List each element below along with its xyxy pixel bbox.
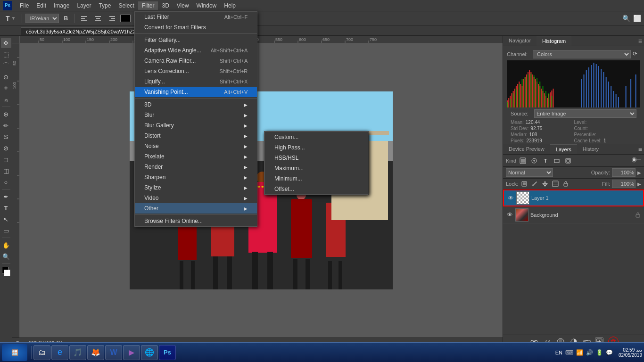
zoom-tool[interactable]: 🔍 — [1, 251, 11, 262]
layer-item-1[interactable]: 👁 Layer 1 — [503, 189, 644, 206]
fill-input[interactable] — [612, 180, 636, 188]
system-clock[interactable]: 02:59 بعد 02/05/2019 — [619, 347, 642, 358]
crop-tool[interactable]: ⌗ — [1, 83, 11, 93]
align-left[interactable] — [78, 14, 90, 23]
move-tool[interactable]: ✥ — [1, 38, 11, 48]
menu-render[interactable]: Render ▶ — [135, 162, 257, 172]
menu-layer[interactable]: Layer — [73, 1, 95, 10]
fill-arrow[interactable]: ▶ — [637, 181, 641, 187]
tab-device-preview[interactable]: Device Preview — [503, 144, 550, 154]
menu-blur-gallery[interactable]: Blur Gallery ▶ — [135, 120, 257, 131]
taskbar-ie[interactable]: e — [51, 345, 68, 360]
font-family-select[interactable]: IRYekan — [25, 14, 59, 23]
menu-filter[interactable]: Filter — [138, 1, 158, 10]
healing-brush-tool[interactable]: ⊕ — [1, 109, 11, 119]
path-select-tool[interactable]: ↖ — [1, 214, 11, 224]
pixel-filter-icon[interactable] — [518, 157, 528, 165]
menu-file[interactable]: File — [16, 1, 33, 10]
menu-blur[interactable]: Blur ▶ — [135, 110, 257, 120]
taskbar-media[interactable]: 🎵 — [69, 345, 86, 360]
menu-filter-gallery[interactable]: Filter Gallery... — [135, 35, 257, 45]
refresh-icon[interactable]: ⟳ — [633, 50, 640, 58]
start-button[interactable]: 🪟 — [2, 344, 27, 361]
other-hsb-hsl[interactable]: HSB/HSL — [265, 153, 368, 163]
menu-pixelate[interactable]: Pixelate ▶ — [135, 151, 257, 162]
workspace-icon[interactable]: ⬜ — [633, 15, 641, 22]
taskbar-media2[interactable]: ▶ — [123, 345, 140, 360]
tab-history[interactable]: History — [577, 144, 604, 154]
blend-mode-select[interactable]: Normal — [506, 168, 553, 177]
channel-select[interactable]: Colors RGB Red Green Blue — [533, 50, 631, 58]
lock-all-icon[interactable] — [561, 180, 570, 188]
clone-stamp-tool[interactable]: S — [1, 132, 11, 142]
menu-3d[interactable]: 3D — [158, 1, 173, 10]
smart-obj-filter-icon[interactable] — [563, 157, 573, 165]
menu-lens-correction[interactable]: Lens Correction... Shift+Ctrl+R — [135, 66, 257, 76]
lock-brush-icon[interactable] — [530, 180, 539, 188]
taskbar-photoshop[interactable]: Ps — [159, 345, 176, 360]
taskbar-firefox[interactable]: 🦊 — [87, 345, 104, 360]
shape-tool[interactable]: ▭ — [1, 225, 11, 236]
dodge-tool[interactable]: ○ — [1, 177, 11, 187]
layers-options-icon[interactable]: ≡ — [638, 146, 642, 153]
source-select[interactable]: Entire Image Selected Layer — [534, 109, 636, 118]
type-tool[interactable]: T — [1, 203, 11, 213]
other-custom[interactable]: Custom... — [265, 132, 368, 142]
gradient-tool[interactable]: ◫ — [1, 165, 11, 176]
menu-convert-smart[interactable]: Convert for Smart Filters — [135, 22, 257, 33]
other-minimum[interactable]: Minimum... — [265, 173, 368, 184]
quick-select-tool[interactable]: ⊙ — [1, 72, 11, 82]
lock-pixels-icon[interactable] — [520, 180, 528, 188]
layer-bg-visibility[interactable]: 👁 — [506, 211, 513, 219]
menu-vanishing-point[interactable]: Vanishing Point... Alt+Ctrl+V — [135, 87, 257, 97]
menu-adaptive-wide-angle[interactable]: Adaptive Wide Angle... Alt+Shift+Ctrl+A — [135, 45, 257, 56]
brush-tool[interactable]: ✏ — [1, 120, 11, 131]
menu-stylize[interactable]: Stylize ▶ — [135, 182, 257, 193]
tab-layers[interactable]: Layers — [550, 144, 577, 154]
other-high-pass[interactable]: High Pass... — [265, 142, 368, 153]
eraser-tool[interactable]: ◻ — [1, 154, 11, 165]
menu-video[interactable]: Video ▶ — [135, 193, 257, 203]
menu-other[interactable]: Other ▶ — [135, 203, 257, 214]
shape-filter-icon[interactable] — [552, 157, 561, 165]
lasso-tool[interactable]: ⌒ — [1, 60, 11, 71]
other-offset[interactable]: Offset... — [265, 184, 368, 194]
search-icon[interactable]: 🔍 — [622, 15, 630, 22]
marquee-tool[interactable]: ⬚ — [1, 49, 11, 59]
menu-image[interactable]: Image — [50, 1, 73, 10]
menu-browse-filters[interactable]: Browse Filters Online... — [135, 216, 257, 226]
lang-indicator[interactable]: EN — [555, 350, 562, 355]
filter-toggle[interactable] — [632, 156, 641, 165]
text-color-box[interactable] — [120, 15, 131, 22]
menu-sharpen[interactable]: Sharpen ▶ — [135, 172, 257, 182]
hand-tool[interactable]: ✋ — [1, 240, 11, 250]
opacity-input[interactable] — [612, 168, 636, 177]
menu-view[interactable]: View — [173, 1, 193, 10]
panel-options-icon[interactable]: ≡ — [638, 37, 642, 45]
menu-last-filter[interactable]: Last Filter Alt+Ctrl+F — [135, 12, 257, 22]
layer-1-visibility[interactable]: 👁 — [507, 194, 514, 202]
opacity-arrow[interactable]: ▶ — [637, 170, 641, 175]
menu-type[interactable]: Type — [95, 1, 115, 10]
type-filter-icon[interactable]: T — [541, 157, 550, 165]
taskbar-chrome[interactable]: 🌐 — [141, 345, 158, 360]
eyedropper-tool[interactable]: ⍝ — [1, 94, 11, 105]
lock-move-icon[interactable] — [541, 180, 549, 188]
menu-3d[interactable]: 3D ▶ — [135, 99, 257, 110]
menu-window[interactable]: Window — [193, 1, 221, 10]
tab-navigator[interactable]: Navigator — [503, 36, 537, 46]
layer-item-background[interactable]: 👁 Background — [503, 206, 644, 223]
menu-help[interactable]: Help — [220, 1, 239, 10]
pen-tool[interactable]: ✒ — [1, 191, 11, 202]
menu-liquify[interactable]: Liquify... Shift+Ctrl+X — [135, 76, 257, 87]
menu-camera-raw[interactable]: Camera Raw Filter... Shift+Ctrl+A — [135, 56, 257, 66]
taskbar-explorer[interactable]: 🗂 — [33, 345, 50, 360]
adjustment-filter-icon[interactable] — [529, 157, 539, 165]
other-maximum[interactable]: Maximum... — [265, 163, 368, 173]
menu-select[interactable]: Select — [115, 1, 138, 10]
menu-distort[interactable]: Distort ▶ — [135, 131, 257, 141]
history-brush-tool[interactable]: ⊘ — [1, 143, 11, 153]
taskbar-word[interactable]: W — [105, 345, 122, 360]
foreground-color-swatch[interactable] — [1, 267, 11, 277]
align-right[interactable] — [106, 14, 118, 23]
